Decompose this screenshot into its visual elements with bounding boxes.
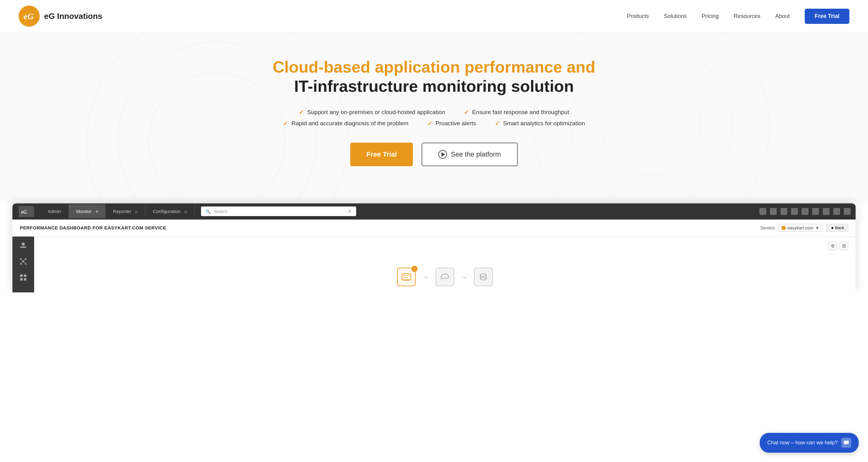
dash-search-area: 🔍 Search ✕ <box>195 206 754 216</box>
dashboard-header-bar: PERFORMANCE DASHBOARD FOR EASYKART.COM S… <box>12 220 856 237</box>
dash-settings-icon[interactable] <box>812 208 819 215</box>
feature-4-text: Proactive alerts <box>436 120 476 127</box>
logo-text: eG Innovations <box>44 11 102 21</box>
check-icon-3: ✓ <box>283 120 288 127</box>
dash-tab-admin[interactable]: Admin <box>40 204 69 218</box>
svg-rect-21 <box>20 278 23 280</box>
svg-rect-19 <box>20 274 23 277</box>
dash-menu-icon: ≡ <box>96 209 98 214</box>
hero-features-row-2: ✓ Rapid and accurate diagnosis of the pr… <box>283 120 585 127</box>
dash-sidebar-icon-grid[interactable] <box>18 272 28 283</box>
dashboard-body: ⊕ ⊞ ! → <box>12 237 856 292</box>
feature-5: ✓ Smart analytics for optimization <box>495 120 585 127</box>
dash-service-area: Service easykart.com ▼ ◄ Back <box>761 224 848 232</box>
svg-rect-22 <box>24 278 26 280</box>
hero-buttons: Free Trial See the platform <box>12 143 856 166</box>
hero-title-dark: IT-infrastructure monitoring solution <box>12 76 856 96</box>
svg-point-9 <box>22 242 25 245</box>
dash-more-icon[interactable] <box>823 208 830 215</box>
feature-1-text: Support any on-premises or cloud-hosted … <box>307 109 445 116</box>
dash-service-name: easykart.com <box>788 225 813 230</box>
dash-user-icon[interactable] <box>760 208 766 215</box>
dashboard-titlebar: eG Admin Monitor ≡ Reporter ⊡ Configurat… <box>12 203 856 220</box>
dash-tab-reporter[interactable]: Reporter ⊡ <box>105 204 146 218</box>
dash-logo-small: eG <box>19 206 34 217</box>
feature-3-text: Rapid and accurate diagnosis of the prob… <box>291 120 408 127</box>
nav-products[interactable]: Products <box>627 13 649 20</box>
dash-monitor-icon[interactable] <box>780 208 787 215</box>
dash-zoom-fit-btn[interactable]: ⊞ <box>839 241 848 250</box>
dash-search-clear[interactable]: ✕ <box>348 208 352 214</box>
dash-search-box[interactable]: 🔍 Search ✕ <box>201 206 356 216</box>
dash-back-button[interactable]: ◄ Back <box>826 224 848 232</box>
dash-reporter-external-icon: ⊡ <box>135 210 138 213</box>
svg-point-27 <box>480 274 487 276</box>
svg-rect-24 <box>403 279 409 280</box>
dash-sidebar-icon-topology[interactable] <box>18 257 28 266</box>
dash-node-server: ! <box>397 268 416 286</box>
svg-point-30 <box>480 277 487 280</box>
dash-search-placeholder: Search <box>214 209 227 214</box>
check-icon-5: ✓ <box>495 120 500 127</box>
svg-line-16 <box>23 259 26 261</box>
dash-node-cloud <box>436 268 454 286</box>
logo-area: eG eG Innovations <box>19 6 102 27</box>
dash-service-select[interactable]: easykart.com ▼ <box>778 224 823 232</box>
dash-search-icon: 🔍 <box>205 209 211 214</box>
hero-see-platform-button[interactable]: See the platform <box>422 143 518 166</box>
feature-3: ✓ Rapid and accurate diagnosis of the pr… <box>283 120 408 127</box>
dashboard-screenshot: eG Admin Monitor ≡ Reporter ⊡ Configurat… <box>12 203 856 292</box>
dash-tab-monitor-label: Monitor <box>76 209 92 214</box>
nav-free-trial-button[interactable]: Free Trial <box>805 9 849 24</box>
check-icon-2: ✓ <box>464 108 469 116</box>
dash-zoom-in-btn[interactable]: ⊕ <box>828 241 837 250</box>
dash-diagram: ! → → <box>397 268 493 286</box>
svg-line-18 <box>23 261 26 264</box>
dash-page-title: PERFORMANCE DASHBOARD FOR EASYKART.COM S… <box>20 225 166 230</box>
hero-features-row-1: ✓ Support any on-premises or cloud-hoste… <box>299 108 569 116</box>
svg-line-17 <box>21 261 23 264</box>
nav-about[interactable]: About <box>775 13 790 20</box>
dash-config-external-icon: ⊡ <box>184 210 187 213</box>
dash-main-area: ⊕ ⊞ ! → <box>34 237 856 292</box>
dash-arrow-1: → <box>422 272 429 281</box>
dash-arrow-2: → <box>460 272 468 281</box>
hero-title-orange: Cloud-based application performance and <box>12 57 856 76</box>
play-icon <box>438 150 447 159</box>
nav-solutions[interactable]: Solutions <box>664 13 687 20</box>
dash-tab-monitor[interactable]: Monitor ≡ <box>69 204 106 218</box>
dash-help-icon[interactable] <box>833 208 840 215</box>
feature-4: ✓ Proactive alerts <box>427 120 476 127</box>
nav-links: Products Solutions Pricing Resources Abo… <box>627 9 849 24</box>
play-triangle <box>441 152 445 157</box>
dashboard-content: PERFORMANCE DASHBOARD FOR EASYKART.COM S… <box>12 220 856 292</box>
dash-sidebar <box>12 237 34 292</box>
svg-text:eG: eG <box>21 209 27 214</box>
dash-node-db <box>474 268 493 286</box>
dash-sidebar-icon-user[interactable] <box>18 240 28 250</box>
dash-power-icon[interactable] <box>844 208 850 215</box>
dash-tab-reporter-label: Reporter <box>113 209 131 214</box>
see-platform-label: See the platform <box>451 151 501 159</box>
svg-rect-20 <box>24 274 26 277</box>
dash-logo-area: eG <box>12 206 40 217</box>
dash-download-icon[interactable] <box>802 208 808 215</box>
svg-rect-8 <box>20 246 26 248</box>
check-icon-1: ✓ <box>299 108 304 116</box>
dash-tab-config[interactable]: Configuration ⊡ <box>146 204 195 218</box>
hero-free-trial-button[interactable]: Free Trial <box>350 143 413 166</box>
hero-section: Cloud-based application performance and … <box>0 33 868 203</box>
hero-features: ✓ Support any on-premises or cloud-hoste… <box>12 108 856 127</box>
logo-icon: eG <box>19 6 40 27</box>
dash-link-icon[interactable] <box>770 208 777 215</box>
dash-zoom-icons: ⊕ ⊞ <box>828 241 848 250</box>
svg-rect-23 <box>402 274 411 280</box>
dash-tab-config-label: Configuration <box>153 209 181 214</box>
dash-icons-right <box>754 208 856 215</box>
nav-pricing[interactable]: Pricing <box>702 13 719 20</box>
alert-badge: ! <box>411 266 417 272</box>
dash-service-label: Service <box>761 225 775 230</box>
dash-bell-icon[interactable] <box>791 208 798 215</box>
feature-1: ✓ Support any on-premises or cloud-hoste… <box>299 108 445 116</box>
nav-resources[interactable]: Resources <box>734 13 761 20</box>
